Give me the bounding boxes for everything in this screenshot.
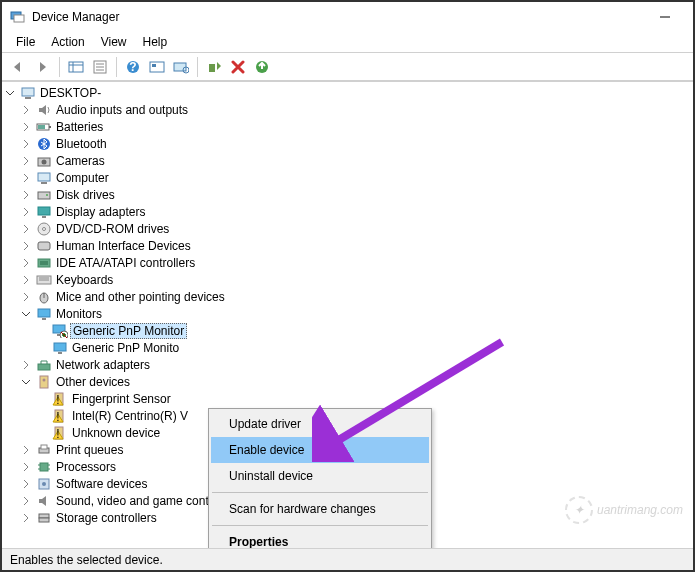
expand-icon[interactable] bbox=[18, 221, 34, 237]
sound-icon bbox=[36, 493, 52, 509]
menu-action[interactable]: Action bbox=[43, 33, 92, 51]
collapse-icon[interactable] bbox=[18, 306, 34, 322]
tree-item[interactable]: Human Interface Devices bbox=[2, 237, 693, 254]
ctx-scan-hardware[interactable]: Scan for hardware changes bbox=[211, 496, 429, 522]
tree-item[interactable]: Batteries bbox=[2, 118, 693, 135]
svg-rect-60 bbox=[40, 463, 48, 471]
tree-monitors[interactable]: Monitors bbox=[2, 305, 693, 322]
tree-item[interactable]: Display adapters bbox=[2, 203, 693, 220]
action-button[interactable] bbox=[146, 56, 168, 78]
svg-rect-28 bbox=[38, 192, 50, 199]
keyboard-icon bbox=[36, 272, 52, 288]
ctx-enable-device[interactable]: Enable device bbox=[211, 437, 429, 463]
scan-button[interactable] bbox=[170, 56, 192, 78]
uninstall-button[interactable] bbox=[227, 56, 249, 78]
svg-point-25 bbox=[42, 159, 47, 164]
titlebar: Device Manager bbox=[2, 2, 693, 32]
collapse-icon[interactable] bbox=[2, 85, 18, 101]
tree-monitor-item[interactable]: Generic PnP Monito bbox=[2, 339, 693, 356]
menu-file[interactable]: File bbox=[8, 33, 43, 51]
tree-item[interactable]: Bluetooth bbox=[2, 135, 693, 152]
menu-help[interactable]: Help bbox=[135, 33, 176, 51]
properties-button[interactable] bbox=[89, 56, 111, 78]
processor-icon bbox=[36, 459, 52, 475]
tree-item[interactable]: Cameras bbox=[2, 152, 693, 169]
svg-rect-68 bbox=[39, 518, 49, 522]
expand-icon[interactable] bbox=[18, 493, 34, 509]
warning-icon: ! bbox=[52, 408, 68, 424]
tree-monitor-item[interactable]: Generic PnP Monitor bbox=[2, 322, 693, 339]
expand-icon[interactable] bbox=[18, 102, 34, 118]
monitor-category-icon bbox=[36, 306, 52, 322]
svg-rect-27 bbox=[41, 182, 47, 184]
expand-icon[interactable] bbox=[18, 204, 34, 220]
collapse-icon[interactable] bbox=[18, 374, 34, 390]
ctx-properties[interactable]: Properties bbox=[211, 529, 429, 548]
expand-icon[interactable] bbox=[18, 187, 34, 203]
expand-icon[interactable] bbox=[18, 153, 34, 169]
monitor-disabled-icon bbox=[52, 323, 68, 339]
svg-rect-26 bbox=[38, 173, 50, 181]
tree-other[interactable]: Other devices bbox=[2, 373, 693, 390]
update-button[interactable] bbox=[251, 56, 273, 78]
app-icon bbox=[10, 9, 26, 25]
tree-label: DESKTOP- bbox=[38, 86, 103, 100]
menubar: File Action View Help bbox=[2, 32, 693, 52]
camera-icon bbox=[36, 153, 52, 169]
ctx-uninstall-device[interactable]: Uninstall device bbox=[211, 463, 429, 489]
svg-rect-42 bbox=[38, 309, 50, 317]
minimize-button[interactable] bbox=[645, 3, 685, 31]
expand-icon[interactable] bbox=[18, 272, 34, 288]
tree-other-item[interactable]: !Fingerprint Sensor bbox=[2, 390, 693, 407]
tree-item[interactable]: Keyboards bbox=[2, 271, 693, 288]
expand-icon[interactable] bbox=[18, 459, 34, 475]
svg-point-33 bbox=[43, 227, 46, 230]
tree-label: Audio inputs and outputs bbox=[54, 103, 190, 117]
tree-root[interactable]: DESKTOP- bbox=[2, 84, 693, 101]
expand-icon[interactable] bbox=[18, 238, 34, 254]
svg-rect-67 bbox=[39, 514, 49, 518]
back-button[interactable] bbox=[8, 56, 30, 78]
tree-item[interactable]: Disk drives bbox=[2, 186, 693, 203]
expand-icon[interactable] bbox=[18, 442, 34, 458]
printer-icon bbox=[36, 442, 52, 458]
expand-icon[interactable] bbox=[18, 289, 34, 305]
enable-button[interactable] bbox=[203, 56, 225, 78]
svg-point-29 bbox=[46, 194, 48, 196]
toolbar: ? bbox=[2, 53, 693, 81]
tree-item[interactable]: Mice and other pointing devices bbox=[2, 288, 693, 305]
help-button[interactable]: ? bbox=[122, 56, 144, 78]
expand-icon[interactable] bbox=[18, 119, 34, 135]
tree-label: Software devices bbox=[54, 477, 149, 491]
svg-point-51 bbox=[43, 378, 46, 381]
bluetooth-icon bbox=[36, 136, 52, 152]
tree-pane[interactable]: DESKTOP-Audio inputs and outputsBatterie… bbox=[2, 81, 693, 548]
tree-label: Generic PnP Monitor bbox=[70, 323, 187, 339]
expand-icon[interactable] bbox=[18, 476, 34, 492]
menu-view[interactable]: View bbox=[93, 33, 135, 51]
tree-item[interactable]: IDE ATA/ATAPI controllers bbox=[2, 254, 693, 271]
software-icon bbox=[36, 476, 52, 492]
expand-icon[interactable] bbox=[18, 510, 34, 526]
statusbar: Enables the selected device. bbox=[2, 548, 693, 570]
tree-item[interactable]: Audio inputs and outputs bbox=[2, 101, 693, 118]
svg-rect-36 bbox=[40, 261, 48, 265]
tree-label: Other devices bbox=[54, 375, 132, 389]
svg-rect-16 bbox=[209, 64, 215, 72]
show-hidden-button[interactable] bbox=[65, 56, 87, 78]
watermark: ✦ uantrimang.com bbox=[565, 496, 683, 524]
tree-item[interactable]: Computer bbox=[2, 169, 693, 186]
tree-item[interactable]: DVD/CD-ROM drives bbox=[2, 220, 693, 237]
ctx-update-driver[interactable]: Update driver bbox=[211, 411, 429, 437]
expand-icon[interactable] bbox=[18, 170, 34, 186]
expand-icon[interactable] bbox=[18, 255, 34, 271]
expand-icon[interactable] bbox=[18, 357, 34, 373]
tree-item[interactable]: Network adapters bbox=[2, 356, 693, 373]
forward-button[interactable] bbox=[32, 56, 54, 78]
expand-icon[interactable] bbox=[18, 136, 34, 152]
svg-rect-43 bbox=[42, 318, 46, 320]
other-devices-icon bbox=[36, 374, 52, 390]
svg-rect-30 bbox=[38, 207, 50, 215]
tree-label: Human Interface Devices bbox=[54, 239, 193, 253]
display-icon bbox=[36, 204, 52, 220]
